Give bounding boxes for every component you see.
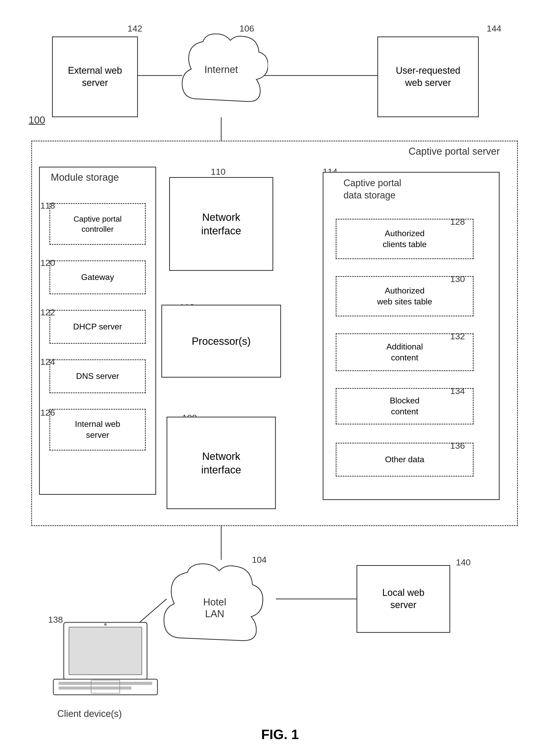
captive-portal-controller-box: Captive portal controller xyxy=(49,203,146,245)
network-interface-bottom-box: Network interface xyxy=(167,417,276,509)
local-web-server-label: Local web server xyxy=(382,587,424,611)
ref-144: 144 xyxy=(486,23,501,34)
diagram: 100 External web server 142 Internet 106… xyxy=(0,0,560,750)
ref-140: 140 xyxy=(456,557,471,568)
internal-web-server-label: Internal web server xyxy=(75,419,120,440)
processors-box: Processor(s) xyxy=(161,305,281,378)
dns-server-box: DNS server xyxy=(49,359,146,393)
hotel-lan-cloud: Hotel LAN xyxy=(156,557,286,648)
dhcp-server-box: DHCP server xyxy=(49,310,146,344)
ref-142: 142 xyxy=(127,23,142,34)
ref-104: 104 xyxy=(252,555,267,565)
external-web-server-box: External web server xyxy=(52,37,138,117)
blocked-content-label: Blocked content xyxy=(390,395,419,417)
ref-128: 128 xyxy=(450,217,465,227)
user-requested-web-server-box: User-requested web server xyxy=(377,37,479,117)
figure-label: FIG. 1 xyxy=(228,727,332,742)
ref-106: 106 xyxy=(240,23,254,34)
other-data-label: Other data xyxy=(385,454,424,465)
svg-text:LAN: LAN xyxy=(205,608,224,619)
ref-132: 132 xyxy=(450,331,465,341)
module-storage-label: Module storage xyxy=(51,172,119,183)
captive-portal-data-storage-label: Captive portal data storage xyxy=(344,177,401,201)
internet-cloud: Internet xyxy=(172,26,268,122)
internal-web-server-box: Internal web server xyxy=(49,409,146,451)
user-requested-web-server-label: User-requested web server xyxy=(396,64,460,89)
dns-server-label: DNS server xyxy=(76,371,119,382)
ref-136: 136 xyxy=(450,441,465,451)
gateway-box: Gateway xyxy=(49,260,146,294)
svg-text:Hotel: Hotel xyxy=(203,597,226,608)
network-interface-top-box: Network interface xyxy=(169,177,273,271)
additional-content-label: Additional content xyxy=(387,341,423,363)
client-devices-label: Client device(s) xyxy=(57,708,122,719)
external-web-server-label: External web server xyxy=(68,64,122,89)
captive-portal-server-label: Captive portal server xyxy=(409,146,500,157)
ref-122: 122 xyxy=(40,307,55,317)
ref-124: 124 xyxy=(40,357,55,367)
ref-118: 118 xyxy=(40,200,55,211)
svg-rect-14 xyxy=(69,627,142,675)
authorized-web-sites-table-label: Authorized web sites table xyxy=(377,285,432,307)
laptop-icon xyxy=(51,620,160,706)
ref-130: 130 xyxy=(450,274,465,284)
ref-126: 126 xyxy=(40,408,55,418)
processors-label: Processor(s) xyxy=(192,334,251,348)
captive-portal-controller-label: Captive portal controller xyxy=(74,214,122,234)
authorized-clients-table-label: Authorized clients table xyxy=(383,228,427,250)
gateway-label: Gateway xyxy=(81,272,114,283)
svg-rect-17 xyxy=(59,687,131,690)
local-web-server-box: Local web server xyxy=(356,565,450,633)
ref-110: 110 xyxy=(211,167,226,177)
svg-text:Internet: Internet xyxy=(205,64,238,75)
network-interface-bottom-label: Network interface xyxy=(201,450,241,477)
dhcp-server-label: DHCP server xyxy=(73,321,122,332)
svg-point-19 xyxy=(104,623,107,626)
ref-100: 100 xyxy=(28,115,45,126)
network-interface-top-label: Network interface xyxy=(201,211,241,237)
ref-134: 134 xyxy=(450,386,465,396)
svg-rect-16 xyxy=(59,682,152,685)
ref-120: 120 xyxy=(40,258,55,268)
